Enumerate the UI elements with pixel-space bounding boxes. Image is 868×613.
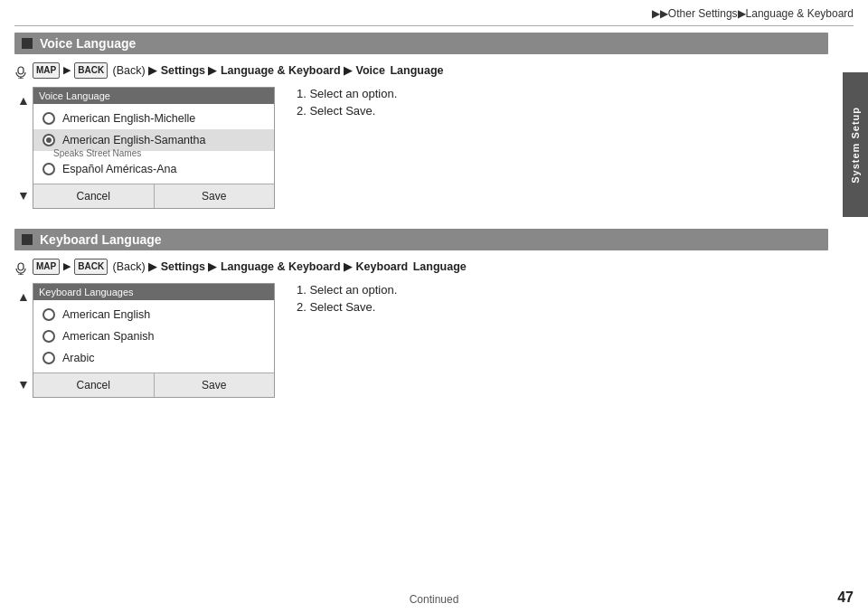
voice-cancel-button[interactable]: Cancel	[33, 184, 155, 208]
keyboard-item-1-label: American English	[62, 308, 150, 321]
map-icon-box: MAP	[33, 62, 60, 79]
voice-language-nav: MAP ▶ BACK (Back) ▶ Settings ▶ Language …	[14, 61, 828, 80]
keyboard-language-content: ▲ ▼ Keyboard Languages American English …	[14, 283, 828, 398]
voice-item-1-label: American English-Michelle	[62, 112, 195, 125]
keyboard-down-arrow[interactable]: ▼	[14, 378, 33, 391]
keyboard-language-dialog: Keyboard Languages American English Amer…	[33, 283, 275, 398]
sidebar-tab: System Setup	[843, 72, 868, 217]
section-square-icon	[22, 38, 33, 49]
voice-dialog-wrapper: ▲ ▼ Voice Language American English-Mich…	[14, 87, 275, 209]
keyboard-item-1[interactable]: American English	[33, 304, 274, 325]
keyboard-steps: 1. Select an option. 2. Select Save.	[297, 283, 397, 314]
keyboard-item-2[interactable]: American Spanish	[33, 325, 274, 347]
svg-rect-0	[18, 67, 24, 74]
keyboard-radio-1	[42, 308, 55, 321]
keyboard-item-3[interactable]: Arabic	[33, 347, 274, 369]
voice-item-3[interactable]: Español Américas-Ana	[33, 158, 274, 180]
voice-language-content: ▲ ▼ Voice Language American English-Mich…	[14, 87, 828, 209]
voice-down-arrow[interactable]: ▼	[14, 189, 33, 202]
keyboard-up-arrow[interactable]: ▲	[14, 290, 33, 303]
header-divider	[14, 25, 854, 26]
voice-language-dialog: Voice Language American English-Michelle…	[33, 87, 275, 209]
keyboard-save-button[interactable]: Save	[155, 373, 275, 397]
voice-language-section: Voice Language MAP ▶ BACK (Back) ▶ Setti…	[14, 33, 828, 209]
voice-language-header: Voice Language	[14, 33, 828, 54]
page-number: 47	[837, 589, 854, 606]
voice-step-1: 1. Select an option.	[297, 87, 397, 100]
keyboard-dialog-items: American English American Spanish Arabic	[33, 300, 274, 373]
keyboard-dialog-wrapper: ▲ ▼ Keyboard Languages American English …	[14, 283, 275, 398]
keyboard-language-title: Keyboard Language	[40, 232, 162, 247]
keyboard-step-1: 1. Select an option.	[297, 283, 397, 297]
section-square-icon-2	[22, 234, 33, 245]
sidebar-tab-label: System Setup	[850, 107, 861, 184]
voice-dialog-items: American English-Michelle American Engli…	[33, 104, 274, 184]
keyboard-dialog-title: Keyboard Languages	[33, 284, 274, 300]
keyboard-arrows: ▲ ▼	[14, 283, 33, 398]
voice-language-title: Voice Language	[40, 36, 136, 51]
back-icon-box: BACK	[74, 62, 108, 79]
voice-radio-1	[42, 112, 55, 125]
main-content: Voice Language MAP ▶ BACK (Back) ▶ Setti…	[14, 33, 828, 586]
keyboard-step-2: 2. Select Save.	[297, 300, 397, 314]
voice-step-2: 2. Select Save.	[297, 104, 397, 118]
mic-icon	[14, 66, 27, 79]
keyboard-cancel-button[interactable]: Cancel	[33, 373, 155, 397]
keyboard-language-nav: MAP ▶ BACK (Back) ▶ Settings ▶ Language …	[14, 258, 828, 276]
voice-dialog-title: Voice Language	[33, 88, 274, 104]
mic-icon-2	[14, 262, 27, 275]
voice-arrows: ▲ ▼	[14, 87, 33, 209]
map-icon-box-2: MAP	[33, 259, 60, 275]
svg-rect-3	[18, 263, 24, 270]
keyboard-radio-3	[42, 352, 55, 364]
keyboard-language-section: Keyboard Language MAP ▶ BACK (Back) ▶ Se…	[14, 229, 828, 398]
voice-item-2-sub: Speaks Street Names	[53, 148, 274, 158]
keyboard-item-2-label: American Spanish	[62, 330, 154, 343]
voice-dialog-footer: Cancel Save	[33, 184, 274, 208]
keyboard-radio-2	[42, 330, 55, 343]
keyboard-dialog-footer: Cancel Save	[33, 373, 274, 397]
voice-up-arrow[interactable]: ▲	[14, 94, 33, 107]
voice-steps: 1. Select an option. 2. Select Save.	[297, 87, 397, 118]
voice-radio-2	[42, 134, 55, 146]
voice-save-button[interactable]: Save	[155, 184, 275, 208]
breadcrumb: ▶▶Other Settings▶Language & Keyboard	[652, 7, 854, 20]
keyboard-language-header: Keyboard Language	[14, 229, 828, 250]
voice-item-2-label: American English-Samantha	[62, 134, 205, 146]
voice-item-3-label: Español Américas-Ana	[62, 163, 176, 175]
voice-radio-3	[42, 163, 55, 175]
keyboard-item-3-label: Arabic	[62, 352, 94, 364]
back-icon-box-2: BACK	[74, 259, 108, 275]
footer-continued: Continued	[410, 593, 459, 606]
voice-item-1[interactable]: American English-Michelle	[33, 108, 274, 129]
